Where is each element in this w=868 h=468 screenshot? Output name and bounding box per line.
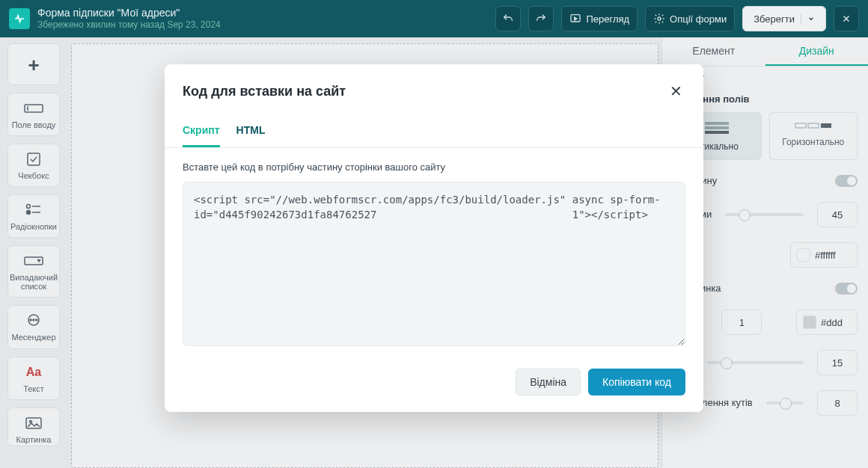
redo-button[interactable] [528, 6, 554, 31]
close-button[interactable] [834, 6, 859, 31]
modal-tab-html[interactable]: HTML [236, 124, 266, 147]
svg-point-1 [658, 17, 661, 20]
modal-close-button[interactable]: ✕ [667, 79, 685, 103]
save-dropdown-icon[interactable] [801, 13, 815, 25]
modal-instruction: Вставте цей код в потрібну частину сторі… [183, 161, 685, 173]
saved-status: Збережено хвилин тому назад Sep 23, 2024 [37, 19, 221, 30]
copy-code-button[interactable]: Копіювати код [588, 369, 685, 395]
undo-button[interactable] [495, 6, 521, 31]
preview-button[interactable]: Перегляд [561, 6, 638, 31]
form-title: Форма підписки "Мої адреси" [37, 7, 221, 19]
cancel-button[interactable]: Відміна [516, 369, 581, 395]
close-icon: ✕ [670, 83, 682, 99]
modal-title: Код для вставки на сайт [183, 84, 346, 99]
modal-tab-script[interactable]: Скрипт [183, 124, 220, 147]
form-options-label: Опції форми [670, 13, 727, 25]
save-button[interactable]: Зберегти [742, 6, 826, 31]
app-logo [9, 8, 30, 29]
embed-code-modal: Код для вставки на сайт ✕ Скрипт HTML Вс… [165, 64, 703, 412]
modal-overlay: Код для вставки на сайт ✕ Скрипт HTML Вс… [0, 37, 868, 468]
save-label: Зберегти [754, 13, 795, 25]
form-options-button[interactable]: Опції форми [645, 6, 735, 31]
embed-code-textarea[interactable] [183, 182, 685, 346]
preview-label: Перегляд [586, 13, 629, 25]
